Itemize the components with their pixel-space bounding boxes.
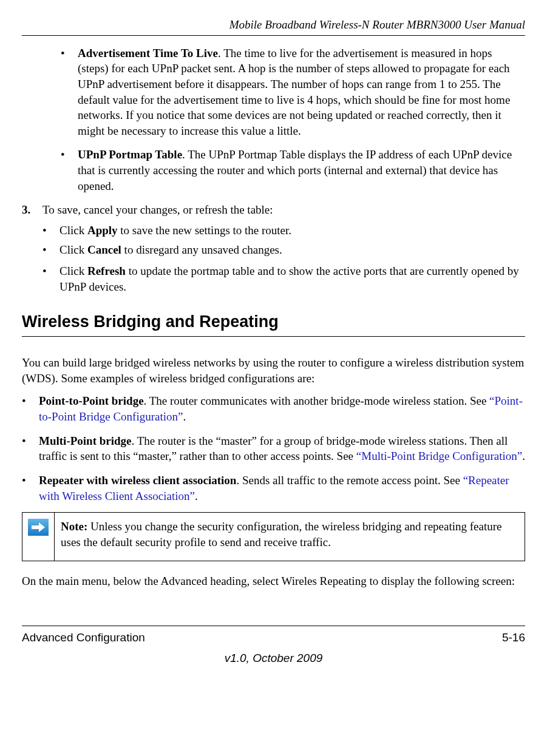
bullet-text: Advertisement Time To Live. The time to … bbox=[78, 46, 525, 139]
section-heading-wireless-bridging: Wireless Bridging and Repeating bbox=[22, 311, 525, 332]
text-bold: Apply bbox=[87, 224, 118, 237]
arrow-right-icon bbox=[28, 519, 49, 536]
text-post: to update the portmap table and to show … bbox=[59, 265, 519, 293]
note-box: Note: Unless you change the security con… bbox=[22, 512, 525, 561]
header-divider bbox=[22, 35, 525, 36]
bullet-point-to-point: • Point-to-Point bridge. The router comm… bbox=[22, 393, 525, 424]
bullet-text: UPnP Portmap Table. The UPnP Portmap Tab… bbox=[78, 147, 525, 194]
note-icon-cell bbox=[22, 513, 55, 561]
note-body: Unless you change the security configura… bbox=[61, 520, 502, 548]
link-multi-point[interactable]: “Multi-Point Bridge Configuration” bbox=[356, 450, 522, 462]
bullet-bold-label: Repeater with wireless client associatio… bbox=[39, 474, 236, 487]
footer-left: Advanced Configuration bbox=[22, 630, 145, 646]
text-post: to save the new settings to the router. bbox=[118, 224, 292, 237]
text-pre: Click bbox=[59, 265, 87, 277]
text-bold: Refresh bbox=[87, 265, 126, 277]
bullet-marker: • bbox=[22, 433, 39, 464]
text-pre: Click bbox=[59, 224, 87, 237]
bullet-marker: • bbox=[42, 223, 59, 238]
bullet-marker: • bbox=[22, 393, 39, 424]
bullet-item-advertisement-ttl: • Advertisement Time To Live. The time t… bbox=[61, 46, 525, 139]
footer-version: v1.0, October 2009 bbox=[22, 650, 525, 666]
step-text: To save, cancel your changes, or refresh… bbox=[42, 202, 525, 218]
bullet-body: . Sends all traffic to the remote access… bbox=[236, 474, 463, 487]
text-post: to disregard any unsaved changes. bbox=[121, 243, 282, 256]
footer-page-number: 5-16 bbox=[502, 630, 525, 646]
bullet-item-upnp-portmap: • UPnP Portmap Table. The UPnP Portmap T… bbox=[61, 147, 525, 194]
footer-divider bbox=[22, 626, 525, 626]
bullet-text: Point-to-Point bridge. The router commun… bbox=[39, 393, 525, 424]
sub-bullet-cancel: • Click Cancel to disregard any unsaved … bbox=[42, 242, 525, 258]
sub-bullet-refresh: • Click Refresh to update the portmap ta… bbox=[42, 263, 525, 294]
bullet-text: Click Apply to save the new settings to … bbox=[59, 223, 525, 238]
bullet-bold-label: UPnP Portmap Table bbox=[78, 148, 182, 161]
bullet-text: Click Cancel to disregard any unsaved ch… bbox=[59, 242, 525, 258]
bullet-body: . The time to live for the advertisement… bbox=[78, 47, 510, 137]
sub-bullet-apply: • Click Apply to save the new settings t… bbox=[42, 223, 525, 238]
numbered-step-3: 3. To save, cancel your changes, or refr… bbox=[22, 202, 525, 218]
bullet-text: Click Refresh to update the portmap tabl… bbox=[59, 263, 525, 294]
bullet-post: . bbox=[183, 410, 186, 423]
bullet-multi-point: • Multi-Point bridge. The router is the … bbox=[22, 433, 525, 464]
bullet-bold-label: Point-to-Point bridge bbox=[39, 394, 144, 407]
bullet-text: Repeater with wireless client associatio… bbox=[39, 473, 525, 504]
intro-paragraph: You can build large bridged wireless net… bbox=[22, 355, 525, 386]
bullet-marker: • bbox=[61, 147, 78, 194]
section-divider bbox=[22, 336, 525, 337]
closing-paragraph: On the main menu, below the Advanced hea… bbox=[22, 573, 525, 589]
bullet-bold-label: Multi-Point bridge bbox=[39, 434, 132, 447]
bullet-post: . bbox=[522, 450, 525, 462]
bullet-repeater: • Repeater with wireless client associat… bbox=[22, 473, 525, 504]
bullet-marker: • bbox=[22, 473, 39, 504]
footer-row: Advanced Configuration 5-16 bbox=[22, 630, 525, 646]
bullet-post: . bbox=[195, 490, 198, 502]
bullet-body: . The router communicates with another b… bbox=[144, 394, 490, 407]
bullet-bold-label: Advertisement Time To Live bbox=[78, 47, 218, 59]
bullet-marker: • bbox=[42, 242, 59, 258]
note-text: Note: Unless you change the security con… bbox=[55, 513, 525, 561]
note-label: Note: bbox=[61, 520, 87, 533]
bullet-marker: • bbox=[61, 46, 78, 139]
text-pre: Click bbox=[59, 243, 87, 256]
bullet-marker: • bbox=[42, 263, 59, 294]
bullet-text: Multi-Point bridge. The router is the “m… bbox=[39, 433, 525, 464]
step-number: 3. bbox=[22, 202, 42, 218]
text-bold: Cancel bbox=[87, 243, 121, 256]
page-header-title: Mobile Broadband Wireless-N Router MBRN3… bbox=[22, 17, 525, 33]
